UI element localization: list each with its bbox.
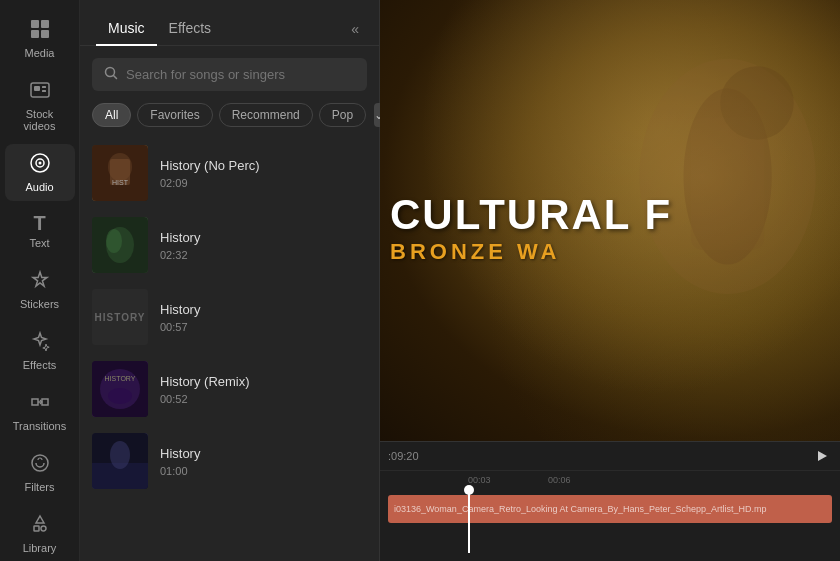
audio-icon <box>29 152 51 177</box>
music-title: History <box>160 230 367 245</box>
timeline-playhead[interactable] <box>468 489 470 553</box>
sidebar-item-transitions[interactable]: Transitions <box>5 383 75 440</box>
video-background: CULTURAL F BRONZE WA <box>380 0 840 441</box>
filter-tabs: All Favorites Recommend Pop ⌄ <box>80 103 379 137</box>
sidebar-item-library-label: Library <box>23 542 57 554</box>
timeline-time-display: :09:20 <box>388 450 419 462</box>
music-title: History (Remix) <box>160 374 367 389</box>
svg-point-10 <box>38 162 41 165</box>
music-list: HIST History (No Perc) 02:09 History 02:… <box>80 137 379 561</box>
svg-rect-5 <box>34 86 40 91</box>
svg-marker-35 <box>818 451 827 461</box>
timeline-area: :09:20 00:03 00:06 i03136_Woman_Camera_R… <box>380 441 840 561</box>
sidebar-item-filters[interactable]: Filters <box>5 444 75 501</box>
music-info: History 01:00 <box>160 446 367 477</box>
music-title: History (No Perc) <box>160 158 367 173</box>
tab-music[interactable]: Music <box>96 12 157 46</box>
music-info: History 00:57 <box>160 302 367 333</box>
music-item[interactable]: History 01:00 <box>80 425 379 497</box>
sidebar-item-media-label: Media <box>25 47 55 59</box>
svg-point-30 <box>110 441 130 469</box>
music-thumbnail <box>92 433 148 489</box>
filter-pop[interactable]: Pop <box>319 103 366 127</box>
svg-rect-1 <box>41 20 49 28</box>
svg-text:HISTORY: HISTORY <box>105 375 136 382</box>
transitions-icon <box>29 391 51 416</box>
svg-point-11 <box>32 455 48 471</box>
ruler-mark-1: 00:03 <box>468 475 491 485</box>
video-preview: CULTURAL F BRONZE WA <box>380 0 840 441</box>
library-icon <box>29 513 51 538</box>
sidebar-item-effects-label: Effects <box>23 359 56 371</box>
filter-all[interactable]: All <box>92 103 131 127</box>
sidebar-item-audio[interactable]: Audio <box>5 144 75 201</box>
music-item[interactable]: HISTORY History (Remix) 00:52 <box>80 353 379 425</box>
svg-rect-7 <box>42 90 46 92</box>
svg-text:HISTORY: HISTORY <box>95 312 146 323</box>
sidebar-item-media[interactable]: Media <box>5 10 75 67</box>
music-duration: 02:32 <box>160 249 367 261</box>
filter-favorites[interactable]: Favorites <box>137 103 212 127</box>
music-duration: 00:52 <box>160 393 367 405</box>
sidebar-item-library[interactable]: Library <box>5 505 75 561</box>
main-area: CULTURAL F BRONZE WA :09:20 00:03 00:06 <box>380 0 840 561</box>
music-thumbnail: HIST <box>92 145 148 201</box>
search-bar <box>92 58 367 91</box>
music-item[interactable]: HISTORY History 00:57 <box>80 281 379 353</box>
collapse-panel-button[interactable]: « <box>347 17 363 41</box>
svg-rect-3 <box>41 30 49 38</box>
music-thumbnail <box>92 217 148 273</box>
music-title: History <box>160 302 367 317</box>
video-title-text: CULTURAL F <box>390 191 840 239</box>
stickers-icon <box>29 269 51 294</box>
search-input[interactable] <box>126 67 355 82</box>
filters-icon <box>29 452 51 477</box>
music-item[interactable]: HIST History (No Perc) 02:09 <box>80 137 379 209</box>
music-thumbnail: HISTORY <box>92 361 148 417</box>
video-text-overlay: CULTURAL F BRONZE WA <box>390 191 840 265</box>
music-thumbnail: HISTORY <box>92 289 148 345</box>
timeline-track-video[interactable]: i03136_Woman_Camera_Retro_Looking At Cam… <box>388 495 832 523</box>
svg-rect-0 <box>31 20 39 28</box>
svg-point-26 <box>108 388 132 404</box>
sidebar-item-stickers-label: Stickers <box>20 298 59 310</box>
svg-point-21 <box>106 229 122 253</box>
svg-rect-6 <box>42 86 46 88</box>
svg-rect-2 <box>31 30 39 38</box>
search-icon <box>104 66 118 83</box>
sidebar-item-transitions-label: Transitions <box>13 420 66 432</box>
text-icon: T <box>33 213 45 233</box>
sidebar-item-filters-label: Filters <box>25 481 55 493</box>
svg-point-13 <box>41 526 46 531</box>
music-info: History 02:32 <box>160 230 367 261</box>
svg-text:HIST: HIST <box>112 179 129 186</box>
filter-recommend[interactable]: Recommend <box>219 103 313 127</box>
sidebar: Media Stock videos Audio T Text <box>0 0 80 561</box>
music-duration: 02:09 <box>160 177 367 189</box>
playhead-handle[interactable] <box>464 485 474 495</box>
media-icon <box>29 18 51 43</box>
track-video-label: i03136_Woman_Camera_Retro_Looking At Cam… <box>394 504 767 514</box>
sidebar-item-stickers[interactable]: Stickers <box>5 261 75 318</box>
music-duration: 00:57 <box>160 321 367 333</box>
sidebar-item-text-label: Text <box>29 237 49 249</box>
music-title: History <box>160 446 367 461</box>
svg-rect-12 <box>34 526 39 531</box>
svg-point-34 <box>720 66 794 139</box>
music-info: History (Remix) 00:52 <box>160 374 367 405</box>
tab-effects[interactable]: Effects <box>157 12 224 46</box>
ruler-mark-2: 00:06 <box>548 475 571 485</box>
music-panel: Music Effects « All Favorites Recommend … <box>80 0 380 561</box>
stock-videos-icon <box>29 79 51 104</box>
sidebar-item-text[interactable]: T Text <box>5 205 75 257</box>
timeline-play-button[interactable] <box>812 446 832 466</box>
music-duration: 01:00 <box>160 465 367 477</box>
sidebar-item-stock-videos[interactable]: Stock videos <box>5 71 75 140</box>
music-info: History (No Perc) 02:09 <box>160 158 367 189</box>
timeline-header: :09:20 <box>380 442 840 471</box>
panel-tabs: Music Effects « <box>80 0 379 46</box>
effects-icon <box>29 330 51 355</box>
sidebar-item-effects[interactable]: Effects <box>5 322 75 379</box>
music-item[interactable]: History 02:32 <box>80 209 379 281</box>
sidebar-item-audio-label: Audio <box>25 181 53 193</box>
